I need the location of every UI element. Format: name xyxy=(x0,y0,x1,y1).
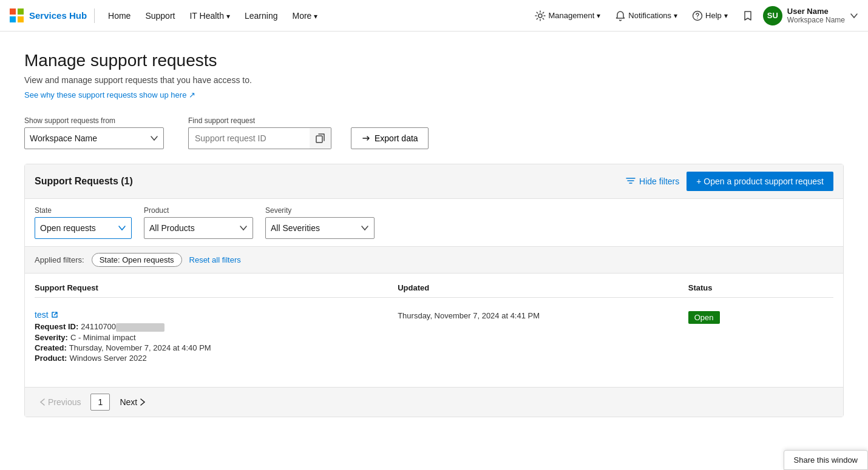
show-from-label: Show support requests from xyxy=(24,116,164,125)
product-chevron-icon xyxy=(239,224,248,232)
gear-icon xyxy=(535,10,546,21)
app-name: Services Hub xyxy=(29,10,87,21)
workspace-dropdown[interactable]: Workspace Name xyxy=(24,127,164,149)
applied-filters-bar: Applied filters: State: Open requests Re… xyxy=(25,247,843,274)
created-value: Thursday, November 7, 2024 at 4:40 PM xyxy=(69,343,211,352)
export-button[interactable]: Export data xyxy=(351,127,429,149)
show-from-group: Show support requests from Workspace Nam… xyxy=(24,116,164,149)
search-input[interactable] xyxy=(188,127,310,149)
workspace-dropdown-chevron-icon xyxy=(150,134,158,143)
status-badge: Open xyxy=(688,311,720,324)
question-icon xyxy=(692,10,703,21)
main-nav: Home Support IT Health Learning More xyxy=(102,7,523,24)
severity-meta-label: Severity: xyxy=(35,333,68,342)
applied-filters-label: Applied filters: xyxy=(35,255,84,264)
previous-icon xyxy=(39,398,46,406)
bell-icon xyxy=(615,10,626,21)
nav-more[interactable]: More xyxy=(287,7,324,24)
state-filter-col: State Open requests xyxy=(35,206,132,239)
created-label: Created: xyxy=(35,343,67,352)
created-row: Created: Thursday, November 7, 2024 at 4… xyxy=(35,343,398,352)
filter-dropdowns-row: State Open requests Product All Products… xyxy=(25,199,843,247)
search-button[interactable] xyxy=(310,127,331,149)
user-info[interactable]: User Name Workspace Name xyxy=(787,7,845,24)
page-number-1[interactable]: 1 xyxy=(90,394,110,411)
user-dropdown-chevron-icon[interactable] xyxy=(850,12,858,20)
nav-home[interactable]: Home xyxy=(102,7,137,24)
management-button[interactable]: Management xyxy=(530,7,605,25)
product-label: Product xyxy=(144,206,253,215)
status-col: Open xyxy=(688,310,833,324)
support-requests-table: Support Requests (1) Hide filters + Open… xyxy=(24,164,844,417)
product-row: Product: Windows Server 2022 xyxy=(35,354,398,363)
table-columns-header: Support Request Updated Status xyxy=(35,283,833,298)
request-col: test Request ID: 24110700 Severity: C - … xyxy=(35,310,398,363)
nav-ithealth[interactable]: IT Health xyxy=(183,7,236,24)
severity-filter-col: Severity All Severities xyxy=(265,206,375,239)
state-label: State xyxy=(35,206,132,215)
find-input-row xyxy=(188,127,331,149)
col-support-request: Support Request xyxy=(35,283,398,292)
product-dropdown[interactable]: All Products xyxy=(144,217,253,239)
nav-support[interactable]: Support xyxy=(139,7,181,24)
user-name-label: User Name xyxy=(787,7,845,16)
redacted-id xyxy=(116,323,164,332)
find-label: Find support request xyxy=(188,116,331,125)
request-link[interactable]: test xyxy=(35,310,58,320)
main-content: Manage support requests View and manage … xyxy=(0,32,868,417)
notifications-button[interactable]: Notifications xyxy=(610,7,682,25)
svg-point-0 xyxy=(538,14,542,18)
pagination-bar: Previous 1 Next xyxy=(25,387,843,417)
table-title: Support Requests (1) xyxy=(35,176,133,187)
filter-icon xyxy=(626,176,636,186)
previous-button[interactable]: Previous xyxy=(35,395,86,409)
product-meta-value: Windows Server 2022 xyxy=(69,354,146,363)
severity-row: Severity: C - Minimal impact xyxy=(35,333,398,342)
header-right: Management Notifications Help SU xyxy=(530,6,858,25)
help-chevron-icon xyxy=(724,11,728,20)
find-group: Find support request xyxy=(188,116,331,149)
copy-icon xyxy=(316,133,325,143)
notifications-chevron-icon xyxy=(674,11,677,20)
avatar[interactable]: SU xyxy=(763,6,782,25)
management-chevron-icon xyxy=(597,11,600,20)
svg-rect-3 xyxy=(316,136,322,143)
hide-filters-button[interactable]: Hide filters xyxy=(626,176,679,186)
state-filter-tag[interactable]: State: Open requests xyxy=(92,253,182,267)
severity-dropdown[interactable]: All Severities xyxy=(265,217,375,239)
severity-label: Severity xyxy=(265,206,375,215)
request-meta: Request ID: 24110700 Severity: C - Minim… xyxy=(35,322,398,363)
severity-meta-value: C - Minimal impact xyxy=(70,333,136,342)
top-filters: Show support requests from Workspace Nam… xyxy=(24,116,844,149)
logo-area: Services Hub xyxy=(10,8,95,23)
product-filter-col: Product All Products xyxy=(144,206,253,239)
request-id-value: 24110700 xyxy=(81,322,164,332)
nav-learning[interactable]: Learning xyxy=(239,7,284,24)
microsoft-logo xyxy=(10,8,24,23)
next-button[interactable]: Next xyxy=(115,395,151,409)
page-subtitle: View and manage support requests that yo… xyxy=(24,75,844,85)
workspace-name-label: Workspace Name xyxy=(787,16,845,24)
updated-col: Thursday, November 7, 2024 at 4:41 PM xyxy=(398,310,688,320)
ithealth-chevron-icon xyxy=(226,11,230,21)
table-header-actions: Hide filters + Open a product support re… xyxy=(626,172,833,191)
page-title: Manage support requests xyxy=(24,51,844,70)
more-chevron-icon xyxy=(314,11,317,21)
support-requests-link[interactable]: See why these support requests show up h… xyxy=(24,90,195,99)
table-header-bar: Support Requests (1) Hide filters + Open… xyxy=(25,164,843,199)
export-icon xyxy=(361,133,371,143)
product-meta-label: Product: xyxy=(35,354,67,363)
open-request-button[interactable]: + Open a product support request xyxy=(687,172,833,191)
reset-filters-link[interactable]: Reset all filters xyxy=(189,255,241,264)
state-dropdown[interactable]: Open requests xyxy=(35,217,132,239)
bookmark-icon xyxy=(742,10,753,21)
help-button[interactable]: Help xyxy=(687,7,733,25)
request-id-label: Request ID: xyxy=(35,322,78,332)
svg-point-2 xyxy=(697,18,698,19)
next-icon xyxy=(140,398,146,406)
bookmark-button[interactable] xyxy=(737,7,758,25)
request-id-row: Request ID: 24110700 xyxy=(35,322,398,332)
table-content: Support Request Updated Status test Requ xyxy=(25,274,843,377)
table-row: test Request ID: 24110700 Severity: C - … xyxy=(35,305,833,368)
col-status: Status xyxy=(688,283,833,292)
